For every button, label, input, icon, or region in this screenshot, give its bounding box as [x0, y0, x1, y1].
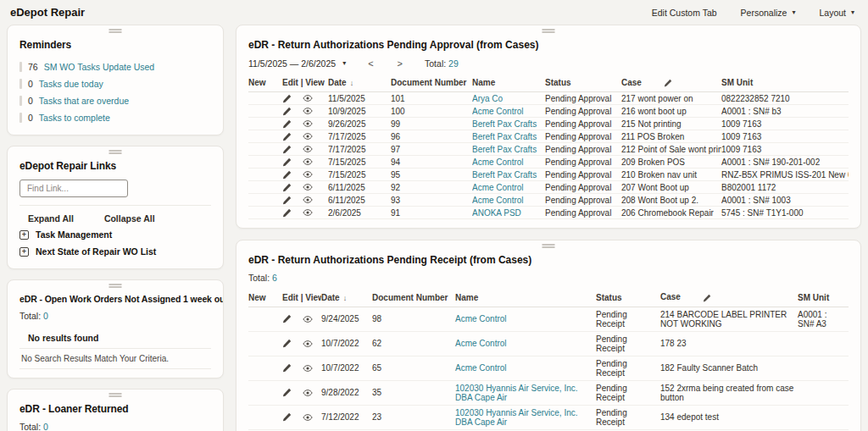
edit-pencil-icon[interactable] — [282, 107, 292, 116]
reminder-item[interactable]: 76 SM WO Tasks Update Used — [19, 58, 211, 75]
total-count-link[interactable]: 6 — [272, 273, 277, 283]
edit-pencil-icon[interactable] — [282, 363, 292, 373]
reminder-link[interactable]: SM WO Tasks Update Used — [44, 62, 155, 72]
expand-all-button[interactable]: Expand All — [28, 213, 74, 224]
edit-pencil-icon[interactable] — [664, 79, 672, 87]
date-range-selector[interactable]: 11/5/2025 — 2/6/2025 ▾ — [248, 58, 346, 69]
edit-pencil-icon[interactable] — [282, 183, 292, 192]
column-header-new[interactable]: New — [248, 293, 282, 302]
column-header-document-number[interactable]: Document Number — [391, 78, 472, 87]
column-header-date[interactable]: Date↓ — [328, 78, 391, 87]
column-header-sm-unit[interactable]: SM Unit — [721, 78, 849, 87]
column-header-document-number[interactable]: Document Number — [372, 293, 455, 302]
reminder-item[interactable]: 0 Tasks due today — [19, 75, 211, 92]
edit-pencil-icon[interactable] — [282, 94, 292, 103]
cell-date: 10/7/2022 — [321, 362, 372, 373]
cell-name-link[interactable]: Acme Control — [455, 313, 596, 324]
collapse-all-button[interactable]: Collapse All — [104, 213, 155, 224]
edit-pencil-icon[interactable] — [282, 157, 292, 167]
edit-pencil-icon[interactable] — [282, 170, 292, 180]
cell-name-link[interactable]: Bereft Pax Crafts — [472, 145, 545, 154]
cell-name-link[interactable]: Acme Control — [472, 183, 545, 192]
edit-pencil-icon[interactable] — [282, 388, 292, 397]
cell-name-link[interactable]: Bereft Pax Crafts — [472, 119, 545, 129]
cell-name-link[interactable]: Acme Control — [472, 157, 545, 167]
column-header-case[interactable]: Case — [660, 292, 798, 301]
tree-item[interactable]: Task Management — [19, 226, 211, 243]
cell-name-link[interactable]: Acme Control — [455, 362, 596, 373]
personalize-menu[interactable]: Personalize ▾ — [741, 8, 796, 18]
cell-name-link[interactable]: ANOKA PSD — [472, 208, 545, 218]
next-page-button[interactable]: > — [396, 58, 404, 69]
drag-handle-icon[interactable] — [109, 284, 122, 288]
cell-date: 7/17/2025 — [328, 145, 391, 154]
cell-name-link[interactable]: Acme Control — [472, 107, 545, 116]
cell-name-link[interactable]: Acme Control — [455, 338, 596, 349]
cell-name-link[interactable]: Acme Control — [472, 196, 545, 205]
total-count-link[interactable]: 0 — [43, 311, 48, 321]
edit-pencil-icon[interactable] — [703, 294, 711, 302]
view-eye-icon[interactable] — [303, 157, 313, 167]
cell-name-link[interactable]: Bereft Pax Crafts — [472, 170, 545, 180]
view-eye-icon[interactable] — [303, 388, 313, 398]
reminder-link[interactable]: Tasks due today — [39, 79, 103, 89]
view-eye-icon[interactable] — [303, 412, 313, 423]
reminder-count: 0 — [28, 79, 33, 89]
total-count-link[interactable]: 29 — [448, 58, 459, 69]
edit-pencil-icon[interactable] — [282, 196, 292, 205]
column-header-status[interactable]: Status — [545, 78, 621, 87]
cell-name-link[interactable]: Bereft Pax Crafts — [472, 132, 545, 141]
reminder-link[interactable]: Tasks that are overdue — [39, 96, 129, 106]
drag-handle-icon[interactable] — [542, 29, 555, 33]
reminder-link[interactable]: Tasks to complete — [39, 113, 110, 123]
cell-edit-view — [282, 412, 321, 423]
reminder-item[interactable]: 0 Tasks to complete — [19, 109, 211, 126]
view-eye-icon[interactable] — [303, 182, 313, 192]
cell-sm-unit — [798, 343, 849, 345]
column-header-name[interactable]: Name — [472, 78, 545, 87]
edit-pencil-icon[interactable] — [282, 132, 292, 141]
column-header-date[interactable]: Date↓ — [321, 293, 372, 302]
tree-item[interactable]: Next State of Repair WO List — [19, 243, 211, 260]
drag-handle-icon[interactable] — [109, 393, 122, 397]
column-header-case[interactable]: Case — [621, 78, 721, 87]
view-eye-icon[interactable] — [303, 131, 313, 141]
edit-pencil-icon[interactable] — [282, 145, 292, 154]
cell-name-link[interactable]: 102030 Hyannis Air Service, Inc. DBA Cap… — [455, 407, 596, 428]
view-eye-icon[interactable] — [303, 144, 313, 154]
cell-edit-view — [282, 144, 328, 154]
view-eye-icon[interactable] — [303, 363, 313, 373]
cell-document-number: 65 — [372, 362, 455, 373]
layout-menu[interactable]: Layout ▾ — [819, 8, 854, 18]
cell-name-link[interactable]: Arya Co — [472, 94, 545, 103]
column-header-status[interactable]: Status — [596, 293, 660, 302]
edit-custom-tab-button[interactable]: Edit Custom Tab — [652, 8, 717, 18]
view-eye-icon[interactable] — [303, 339, 313, 349]
edit-pencil-icon[interactable] — [282, 314, 292, 323]
total-count-link[interactable]: 0 — [43, 422, 48, 431]
reminder-item[interactable]: 0 Tasks that are overdue — [19, 92, 211, 109]
view-eye-icon[interactable] — [303, 169, 313, 180]
view-eye-icon[interactable] — [303, 106, 313, 116]
view-eye-icon[interactable] — [303, 195, 313, 205]
view-eye-icon[interactable] — [303, 314, 313, 324]
column-header-name[interactable]: Name — [455, 293, 596, 302]
edit-pencil-icon[interactable] — [282, 119, 292, 129]
view-eye-icon[interactable] — [303, 93, 313, 103]
prev-page-button[interactable]: < — [366, 58, 375, 69]
find-link-input[interactable] — [19, 180, 128, 197]
view-eye-icon[interactable] — [303, 207, 313, 218]
cell-case: 212 Point of Sale wont print — [621, 145, 721, 154]
edit-pencil-icon[interactable] — [282, 208, 292, 218]
drag-handle-icon[interactable] — [109, 150, 122, 154]
column-header-new[interactable]: New — [248, 78, 282, 87]
expand-plus-icon[interactable] — [19, 247, 29, 257]
edit-pencil-icon[interactable] — [282, 339, 292, 348]
cell-name-link[interactable]: 102030 Hyannis Air Service, Inc. DBA Cap… — [455, 383, 596, 403]
view-eye-icon[interactable] — [303, 119, 313, 129]
column-header-sm-unit[interactable]: SM Unit — [798, 293, 849, 302]
drag-handle-icon[interactable] — [109, 29, 122, 33]
drag-handle-icon[interactable] — [542, 244, 555, 248]
edit-pencil-icon[interactable] — [282, 412, 292, 422]
expand-plus-icon[interactable] — [19, 230, 29, 240]
